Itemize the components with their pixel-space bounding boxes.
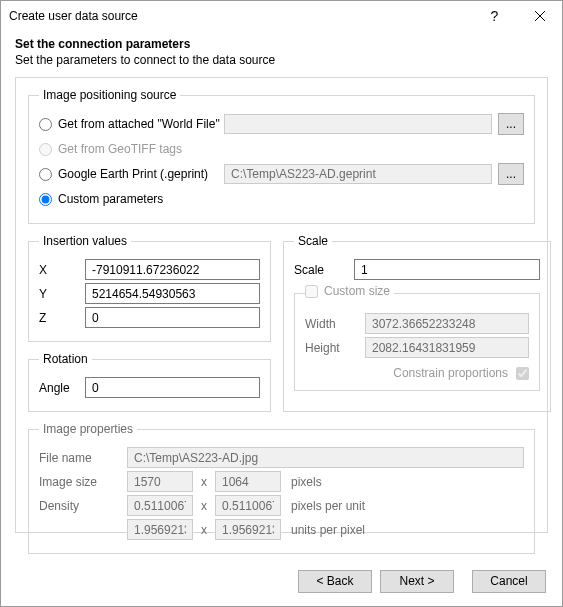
z-input[interactable] <box>85 307 260 328</box>
units-x-input <box>127 519 193 540</box>
custom-size-group: Custom size Width Height <box>294 284 540 391</box>
geotiff-radio <box>39 143 52 156</box>
file-name-input <box>127 447 524 468</box>
geotiff-row: Get from GeoTIFF tags <box>39 138 524 160</box>
cancel-button[interactable]: Cancel <box>472 570 546 593</box>
x-label: X <box>39 263 85 277</box>
units-y-input <box>215 519 281 540</box>
world-file-label-text: Get from attached "World File" <box>58 117 220 131</box>
wizard-header: Set the connection parameters Set the pa… <box>1 31 562 77</box>
pixels-unit: pixels <box>281 475 322 489</box>
ellipsis-icon: ... <box>506 117 516 131</box>
density-x-input <box>127 495 193 516</box>
x-input[interactable] <box>85 259 260 280</box>
y-input[interactable] <box>85 283 260 304</box>
scale-label: Scale <box>294 263 354 277</box>
constrain-row: Constrain proportions <box>305 366 529 380</box>
x-separator: x <box>193 475 215 489</box>
geprint-browse-button[interactable]: ... <box>498 163 524 185</box>
window-title: Create user data source <box>9 9 472 23</box>
titlebar: Create user data source ? <box>1 1 562 31</box>
rotation-legend: Rotation <box>39 352 92 366</box>
geprint-label-text: Google Earth Print (.geprint) <box>58 167 208 181</box>
density-y-input <box>215 495 281 516</box>
width-input <box>365 313 529 334</box>
custom-size-legend: Custom size <box>305 284 394 302</box>
custom-radio-label[interactable]: Custom parameters <box>39 192 214 206</box>
constrain-label: Constrain proportions <box>393 366 508 380</box>
geprint-row: Google Earth Print (.geprint) ... <box>39 163 524 185</box>
width-label: Width <box>305 317 365 331</box>
y-label: Y <box>39 287 85 301</box>
world-file-browse-button[interactable]: ... <box>498 113 524 135</box>
page-subtitle: Set the parameters to connect to the dat… <box>15 53 548 67</box>
geotiff-radio-label: Get from GeoTIFF tags <box>39 142 214 156</box>
image-height-input <box>215 471 281 492</box>
x-separator: x <box>193 523 215 537</box>
world-file-radio-label[interactable]: Get from attached "World File" <box>39 117 214 131</box>
ellipsis-icon: ... <box>506 167 516 181</box>
height-label: Height <box>305 341 365 355</box>
world-file-radio[interactable] <box>39 118 52 131</box>
ppu-unit: pixels per unit <box>281 499 365 513</box>
insertion-legend: Insertion values <box>39 234 131 248</box>
scale-legend: Scale <box>294 234 332 248</box>
angle-label: Angle <box>39 381 85 395</box>
left-column: Insertion values X Y Z <box>28 234 271 422</box>
image-properties-group: Image properties File name Image size x … <box>28 422 535 554</box>
footer: < Back Next > Cancel <box>1 556 562 606</box>
custom-size-checkbox <box>305 285 318 298</box>
geprint-radio-label[interactable]: Google Earth Print (.geprint) <box>39 167 214 181</box>
custom-radio[interactable] <box>39 193 52 206</box>
positioning-legend: Image positioning source <box>39 88 180 102</box>
page-title: Set the connection parameters <box>15 37 548 51</box>
image-size-label: Image size <box>39 475 127 489</box>
content-panel: Image positioning source Get from attach… <box>15 77 548 533</box>
upp-unit: units per pixel <box>281 523 365 537</box>
world-file-row: Get from attached "World File" ... <box>39 113 524 135</box>
custom-label-text: Custom parameters <box>58 192 163 206</box>
insertion-group: Insertion values X Y Z <box>28 234 271 342</box>
image-width-input <box>127 471 193 492</box>
x-separator: x <box>193 499 215 513</box>
right-column: Scale Scale Custom size <box>283 234 535 422</box>
next-button[interactable]: Next > <box>380 570 454 593</box>
geprint-radio[interactable] <box>39 168 52 181</box>
custom-row: Custom parameters <box>39 188 524 210</box>
density-label: Density <box>39 499 127 513</box>
height-input <box>365 337 529 358</box>
custom-size-label-text: Custom size <box>324 284 390 298</box>
close-icon <box>535 11 545 21</box>
scale-input[interactable] <box>354 259 540 280</box>
props-legend: Image properties <box>39 422 137 436</box>
scale-group: Scale Scale Custom size <box>283 234 551 412</box>
help-button[interactable]: ? <box>472 1 517 31</box>
close-button[interactable] <box>517 1 562 31</box>
geotiff-label-text: Get from GeoTIFF tags <box>58 142 182 156</box>
columns: Insertion values X Y Z <box>28 234 535 422</box>
dialog-window: Create user data source ? Set the connec… <box>0 0 563 607</box>
constrain-checkbox <box>516 367 529 380</box>
angle-input[interactable] <box>85 377 260 398</box>
z-label: Z <box>39 311 85 325</box>
positioning-group: Image positioning source Get from attach… <box>28 88 535 224</box>
geprint-path-input <box>224 164 492 184</box>
file-name-label: File name <box>39 451 127 465</box>
world-file-path-input <box>224 114 492 134</box>
rotation-group: Rotation Angle <box>28 352 271 412</box>
back-button[interactable]: < Back <box>298 570 372 593</box>
content-area: Image positioning source Get from attach… <box>1 77 562 556</box>
